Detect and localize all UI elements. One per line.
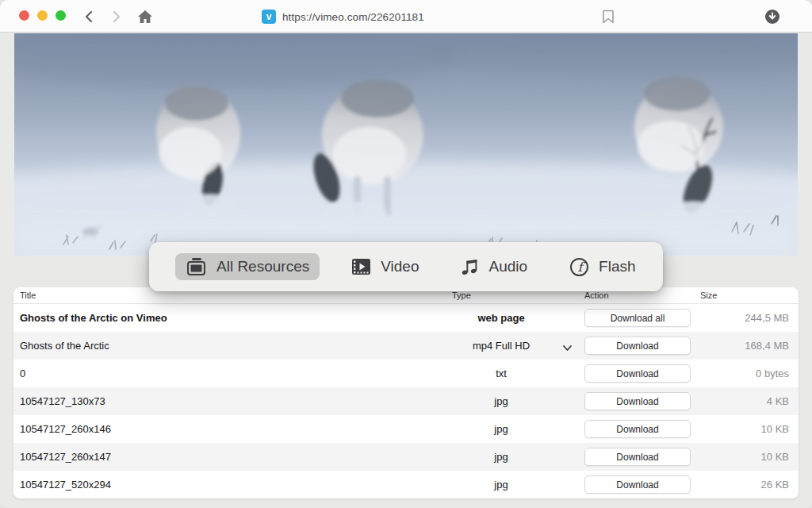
resource-title: 0 (20, 360, 25, 387)
screen: v https://vimeo.com/226201181 (0, 0, 812, 508)
table-row: 10547127_260x147 jpg Download 10 KB (13, 443, 799, 471)
resource-size: 4 KB (767, 387, 789, 415)
close-window-button[interactable] (19, 10, 29, 21)
resource-title: Ghosts of the Arctic on Vimeo (20, 304, 167, 332)
table-row: Ghosts of the Arctic mp4 Full HD Downloa… (13, 332, 799, 360)
table-row: 10547127_520x294 jpg Download 26 KB (13, 471, 799, 498)
chevron-right-icon (113, 10, 121, 23)
browser-window: v https://vimeo.com/226201181 (0, 0, 812, 508)
resource-type: mp4 Full HD (442, 332, 561, 360)
action-cell: Download all (578, 304, 697, 332)
download-button[interactable]: Download (584, 392, 691, 410)
action-cell: Download (578, 332, 697, 360)
zoom-window-button[interactable] (56, 10, 66, 21)
table-row: 0 txt Download 0 bytes (13, 360, 799, 387)
action-cell: Download (578, 415, 697, 443)
resource-type: jpg (442, 471, 561, 498)
home-button[interactable] (135, 6, 155, 27)
download-button[interactable]: Download (584, 420, 691, 438)
resource-type: web page (442, 304, 561, 332)
resource-type: jpg (442, 415, 561, 443)
table-row: 10547127_130x73 jpg Download 4 KB (13, 387, 799, 415)
video-icon (351, 257, 371, 276)
resource-size: 168,4 MB (745, 332, 789, 360)
resource-type: jpg (442, 443, 561, 471)
resource-title: 10547127_520x294 (20, 471, 111, 498)
browser-toolbar: v https://vimeo.com/226201181 (0, 0, 812, 33)
download-circle-icon (764, 9, 780, 25)
resources-table: Title Type Action Size Ghosts of the Arc… (13, 287, 799, 498)
bookmark-icon (603, 10, 614, 24)
home-icon (137, 10, 153, 24)
svg-text:f: f (578, 260, 586, 275)
action-cell: Download (578, 387, 697, 415)
address-bar[interactable]: v https://vimeo.com/226201181 (262, 7, 424, 26)
vimeo-favicon: v (262, 10, 276, 24)
downloads-button[interactable] (762, 6, 783, 27)
download-button[interactable]: Download (584, 475, 691, 494)
flash-icon: f (569, 257, 589, 277)
resource-size: 10 KB (761, 415, 789, 443)
tab-video[interactable]: Video (341, 253, 429, 280)
chevron-down-icon[interactable] (562, 342, 573, 354)
back-button[interactable] (78, 6, 98, 27)
action-cell: Download (578, 471, 697, 498)
tab-label: Flash (599, 258, 635, 275)
action-cell: Download (578, 443, 697, 471)
forward-button[interactable] (106, 6, 127, 27)
resource-size: 26 KB (761, 471, 789, 498)
tab-label: Video (381, 258, 419, 275)
download-button[interactable]: Download all (584, 309, 691, 327)
tab-flash[interactable]: f Flash (559, 253, 645, 281)
minimize-window-button[interactable] (37, 10, 48, 21)
column-header-size: Size (700, 287, 717, 304)
resource-type: jpg (442, 387, 561, 415)
traffic-lights (19, 10, 66, 21)
audio-icon (461, 257, 479, 276)
download-button[interactable]: Download (584, 448, 691, 466)
video-preview-image (14, 33, 798, 256)
resource-size: 10 KB (761, 443, 789, 471)
tab-all-resources[interactable]: All Resources (175, 253, 320, 280)
table-body: Ghosts of the Arctic on Vimeo web page D… (13, 304, 799, 498)
resource-size: 0 bytes (756, 360, 789, 387)
table-row: 10547127_260x146 jpg Download 10 KB (13, 415, 799, 443)
bookmark-button[interactable] (598, 6, 619, 27)
tab-label: Audio (488, 258, 527, 275)
action-cell: Download (578, 360, 697, 387)
all-resources-icon (186, 257, 207, 276)
table-row: Ghosts of the Arctic on Vimeo web page D… (13, 304, 799, 332)
resource-title: 10547127_130x73 (20, 387, 105, 415)
tab-label: All Resources (216, 258, 309, 275)
resource-title: Ghosts of the Arctic (20, 332, 109, 360)
url-text: https://vimeo.com/226201181 (282, 11, 424, 23)
resource-title: 10547127_260x146 (20, 415, 111, 443)
resource-size: 244,5 MB (745, 304, 789, 332)
column-header-title: Title (20, 287, 36, 304)
resource-type: txt (442, 360, 561, 387)
resource-type-toolbar: All Resources Video (149, 242, 663, 291)
tab-audio[interactable]: Audio (450, 253, 538, 280)
resource-title: 10547127_260x147 (20, 443, 111, 471)
download-button[interactable]: Download (584, 364, 691, 383)
download-button[interactable]: Download (584, 337, 691, 355)
chevron-left-icon (84, 10, 93, 23)
